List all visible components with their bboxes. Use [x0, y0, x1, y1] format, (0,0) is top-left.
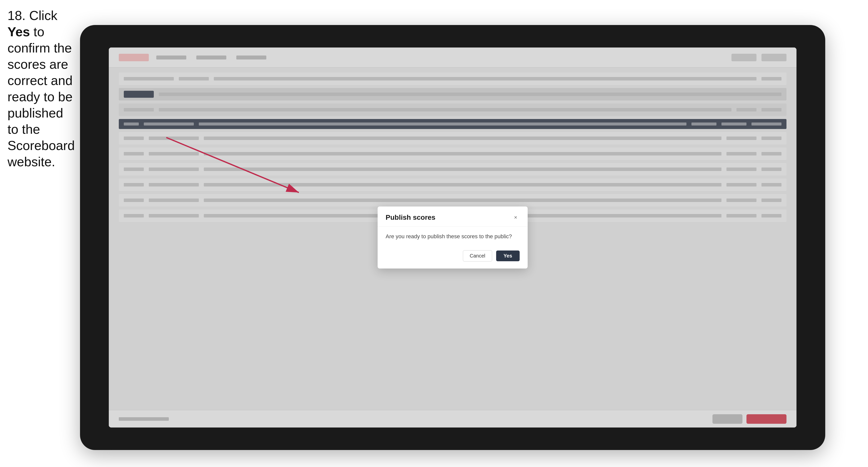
cancel-button[interactable]: Cancel: [463, 250, 492, 261]
instruction-text: 18. Click Yes to confirm the scores are …: [7, 7, 78, 170]
modal-close-button[interactable]: ×: [512, 214, 520, 221]
tablet-device: Publish scores × Are you ready to publis…: [80, 25, 825, 450]
step-text-pre: Click: [26, 8, 57, 23]
publish-scores-modal: Publish scores × Are you ready to publis…: [378, 207, 528, 269]
tablet-screen: Publish scores × Are you ready to publis…: [109, 48, 797, 428]
yes-button[interactable]: Yes: [496, 250, 520, 261]
modal-footer: Cancel Yes: [378, 246, 528, 269]
modal-header: Publish scores ×: [378, 207, 528, 227]
modal-message: Are you ready to publish these scores to…: [385, 233, 520, 241]
step-number: 18.: [7, 8, 26, 23]
modal-title: Publish scores: [385, 214, 435, 221]
modal-body: Are you ready to publish these scores to…: [378, 227, 528, 247]
step-text-bold: Yes: [7, 25, 30, 39]
modal-overlay: Publish scores × Are you ready to publis…: [109, 48, 797, 428]
step-text-post: to confirm the scores are correct and re…: [7, 25, 75, 169]
